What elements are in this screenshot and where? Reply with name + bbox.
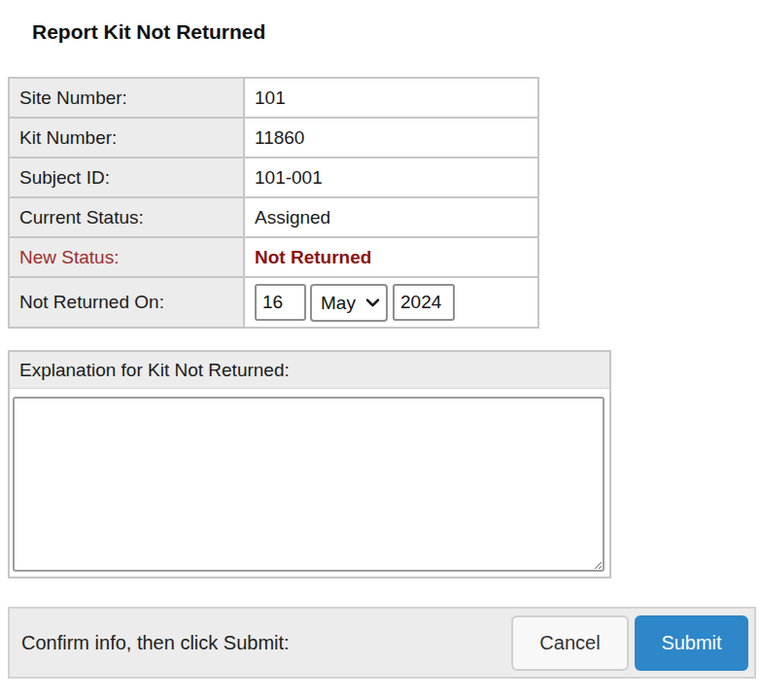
- explanation-textarea[interactable]: [13, 397, 605, 572]
- month-select[interactable]: May: [310, 284, 388, 322]
- row-label: New Status:: [9, 237, 244, 277]
- submit-button[interactable]: Submit: [635, 615, 748, 671]
- table-row-new-status: New Status: Not Returned: [9, 237, 538, 277]
- confirm-label: Confirm info, then click Submit:: [21, 632, 511, 654]
- new-status-value: Not Returned: [244, 237, 538, 277]
- table-row-kit-number: Kit Number: 11860: [9, 118, 538, 158]
- date-controls-cell: May: [244, 277, 538, 328]
- row-label: Current Status:: [9, 197, 244, 237]
- row-label: Not Returned On:: [9, 277, 244, 328]
- explanation-header: Explanation for Kit Not Returned:: [10, 352, 609, 389]
- table-row-current-status: Current Status: Assigned: [9, 197, 538, 237]
- row-value: Assigned: [244, 197, 538, 237]
- row-label: Subject ID:: [9, 158, 244, 197]
- row-value: 11860: [244, 118, 538, 158]
- page-title: Report Kit Not Returned: [32, 19, 760, 45]
- table-row-site-number: Site Number: 101: [9, 78, 538, 118]
- year-input[interactable]: [393, 284, 455, 321]
- row-value: 101-001: [244, 158, 538, 197]
- kit-info-table: Site Number: 101 Kit Number: 11860 Subje…: [8, 77, 539, 329]
- month-select-wrap: May: [310, 284, 388, 322]
- row-label: Site Number:: [9, 78, 244, 118]
- row-label: Kit Number:: [9, 118, 244, 158]
- day-input[interactable]: [255, 284, 306, 321]
- table-row-not-returned-on: Not Returned On: May: [9, 277, 538, 328]
- explanation-section: Explanation for Kit Not Returned:: [8, 350, 611, 578]
- cancel-button[interactable]: Cancel: [511, 615, 629, 671]
- confirm-bar: Confirm info, then click Submit: Cancel …: [8, 607, 756, 679]
- table-row-subject-id: Subject ID: 101-001: [9, 158, 538, 197]
- row-value: 101: [244, 78, 538, 118]
